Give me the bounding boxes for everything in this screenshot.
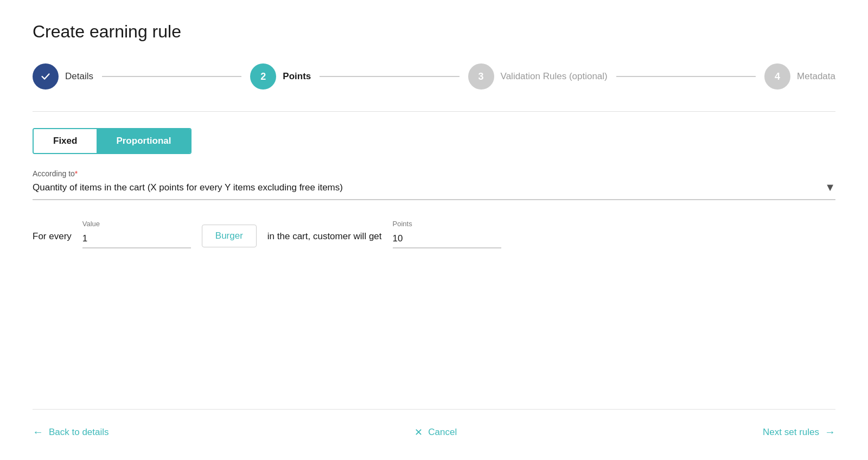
chevron-down-icon: ▼ [825, 181, 835, 194]
arrow-right-icon: → [825, 426, 835, 438]
footer: ← Back to details ✕ Cancel Next set rule… [33, 409, 835, 438]
arrow-left-icon: ← [33, 426, 43, 438]
step-label-points: Points [283, 71, 311, 82]
step-circle-details [33, 63, 59, 90]
points-input-group: Points [393, 220, 501, 248]
points-label: Points [393, 220, 501, 228]
value-input-group: Value [82, 220, 191, 248]
toggle-proportional[interactable]: Proportional [97, 129, 190, 153]
for-every-label: For every [33, 231, 72, 248]
step-circle-metadata: 4 [764, 63, 790, 90]
select-text: Quantity of items in the cart (X points … [33, 182, 343, 193]
for-every-row: For every Value Burger in the cart, cust… [33, 220, 835, 248]
back-label: Back to details [49, 427, 109, 438]
stepper: Details 2 Points 3 Validation Rules (opt… [33, 63, 835, 90]
next-label: Next set rules [763, 427, 819, 438]
connector-2 [320, 76, 459, 77]
value-input[interactable] [82, 230, 191, 248]
step-validation: 3 Validation Rules (optional) [468, 63, 608, 90]
according-to-select[interactable]: Quantity of items in the cart (X points … [33, 181, 835, 200]
step-label-metadata: Metadata [797, 71, 835, 82]
step-circle-validation: 3 [468, 63, 494, 90]
step-details: Details [33, 63, 93, 90]
step-label-details: Details [65, 71, 93, 82]
step-points: 2 Points [250, 63, 311, 90]
connector-3 [616, 76, 756, 77]
toggle-group: Fixed Proportional [33, 128, 192, 154]
connector-1 [102, 76, 241, 77]
form-section: Fixed Proportional According to* Quantit… [33, 128, 835, 409]
page-container: Create earning rule Details 2 Points 3 V… [0, 0, 868, 460]
back-to-details-button[interactable]: ← Back to details [33, 426, 109, 438]
select-value[interactable]: Quantity of items in the cart (X points … [33, 181, 835, 194]
burger-dropdown[interactable]: Burger [202, 225, 257, 247]
next-set-rules-button[interactable]: Next set rules → [763, 426, 835, 438]
page-title: Create earning rule [33, 22, 835, 42]
x-icon: ✕ [414, 426, 423, 438]
stepper-divider [33, 111, 835, 112]
step-circle-points: 2 [250, 63, 276, 90]
step-label-validation: Validation Rules (optional) [501, 71, 608, 82]
step-metadata: 4 Metadata [764, 63, 835, 90]
in-cart-label: in the cart, customer will get [267, 231, 382, 248]
cancel-label: Cancel [428, 427, 457, 438]
cancel-button[interactable]: ✕ Cancel [414, 426, 457, 438]
value-label: Value [82, 220, 191, 228]
according-to-label: According to* [33, 169, 835, 178]
toggle-fixed[interactable]: Fixed [34, 129, 97, 153]
points-input[interactable] [393, 230, 501, 248]
required-indicator: * [75, 169, 78, 178]
